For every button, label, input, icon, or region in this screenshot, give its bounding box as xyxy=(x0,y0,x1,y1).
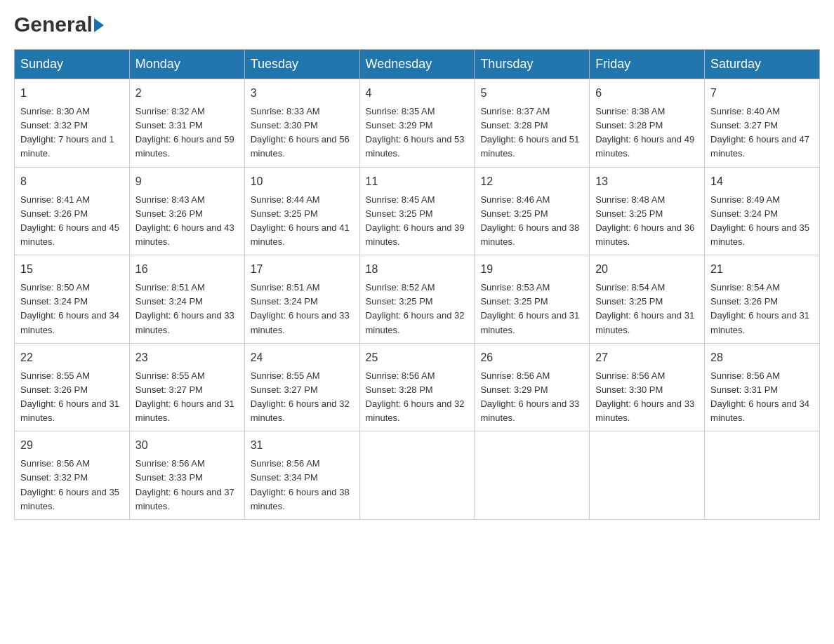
week-row-3: 15 Sunrise: 8:50 AM Sunset: 3:24 PM Dayl… xyxy=(15,255,820,344)
day-number: 4 xyxy=(366,85,469,102)
calendar-cell: 22 Sunrise: 8:55 AM Sunset: 3:26 PM Dayl… xyxy=(15,343,130,431)
day-number: 28 xyxy=(710,349,814,366)
day-number: 1 xyxy=(20,85,124,102)
day-number: 24 xyxy=(251,349,354,366)
week-row-1: 1 Sunrise: 8:30 AM Sunset: 3:32 PM Dayli… xyxy=(15,79,820,168)
day-number: 3 xyxy=(251,85,354,102)
day-number: 7 xyxy=(710,85,814,102)
day-number: 12 xyxy=(480,173,583,190)
cell-content: Sunrise: 8:43 AM Sunset: 3:26 PM Dayligh… xyxy=(135,193,239,250)
calendar-table: SundayMondayTuesdayWednesdayThursdayFrid… xyxy=(14,49,820,520)
cell-content: Sunrise: 8:30 AM Sunset: 3:32 PM Dayligh… xyxy=(20,105,124,161)
day-number: 30 xyxy=(135,437,239,454)
cell-content: Sunrise: 8:32 AM Sunset: 3:31 PM Dayligh… xyxy=(135,105,239,161)
cell-content: Sunrise: 8:54 AM Sunset: 3:25 PM Dayligh… xyxy=(595,281,699,337)
day-number: 10 xyxy=(251,173,354,190)
day-number: 25 xyxy=(366,349,469,366)
day-number: 18 xyxy=(366,261,469,278)
weekday-header-friday: Friday xyxy=(590,50,705,79)
day-number: 17 xyxy=(251,261,354,278)
calendar-cell: 31 Sunrise: 8:56 AM Sunset: 3:34 PM Dayl… xyxy=(244,431,359,520)
calendar-cell: 29 Sunrise: 8:56 AM Sunset: 3:32 PM Dayl… xyxy=(15,431,130,520)
calendar-cell: 18 Sunrise: 8:52 AM Sunset: 3:25 PM Dayl… xyxy=(359,255,475,344)
cell-content: Sunrise: 8:56 AM Sunset: 3:34 PM Dayligh… xyxy=(251,457,354,514)
calendar-cell xyxy=(590,431,705,520)
cell-content: Sunrise: 8:56 AM Sunset: 3:29 PM Dayligh… xyxy=(480,369,583,426)
cell-content: Sunrise: 8:35 AM Sunset: 3:29 PM Dayligh… xyxy=(366,105,469,161)
logo-general-text: General xyxy=(14,14,93,35)
calendar-cell: 6 Sunrise: 8:38 AM Sunset: 3:28 PM Dayli… xyxy=(590,79,705,168)
cell-content: Sunrise: 8:49 AM Sunset: 3:24 PM Dayligh… xyxy=(710,193,814,250)
cell-content: Sunrise: 8:55 AM Sunset: 3:26 PM Dayligh… xyxy=(20,369,124,426)
weekday-header-thursday: Thursday xyxy=(475,50,590,79)
calendar-cell: 25 Sunrise: 8:56 AM Sunset: 3:28 PM Dayl… xyxy=(359,343,475,431)
day-number: 20 xyxy=(595,261,699,278)
cell-content: Sunrise: 8:56 AM Sunset: 3:31 PM Dayligh… xyxy=(710,369,814,426)
weekday-header-monday: Monday xyxy=(129,50,244,79)
day-number: 22 xyxy=(20,349,124,366)
calendar-cell: 27 Sunrise: 8:56 AM Sunset: 3:30 PM Dayl… xyxy=(590,343,705,431)
calendar-cell: 5 Sunrise: 8:37 AM Sunset: 3:28 PM Dayli… xyxy=(475,79,590,168)
day-number: 31 xyxy=(251,437,354,454)
cell-content: Sunrise: 8:45 AM Sunset: 3:25 PM Dayligh… xyxy=(366,193,469,250)
calendar-cell: 30 Sunrise: 8:56 AM Sunset: 3:33 PM Dayl… xyxy=(129,431,244,520)
day-number: 11 xyxy=(366,173,469,190)
weekday-header-tuesday: Tuesday xyxy=(244,50,359,79)
calendar-cell: 3 Sunrise: 8:33 AM Sunset: 3:30 PM Dayli… xyxy=(244,79,359,168)
cell-content: Sunrise: 8:56 AM Sunset: 3:33 PM Dayligh… xyxy=(135,457,239,514)
calendar-cell: 16 Sunrise: 8:51 AM Sunset: 3:24 PM Dayl… xyxy=(129,255,244,344)
calendar-cell: 28 Sunrise: 8:56 AM Sunset: 3:31 PM Dayl… xyxy=(705,343,820,431)
cell-content: Sunrise: 8:41 AM Sunset: 3:26 PM Dayligh… xyxy=(20,193,124,250)
calendar-cell: 14 Sunrise: 8:49 AM Sunset: 3:24 PM Dayl… xyxy=(705,167,820,255)
calendar-cell: 21 Sunrise: 8:54 AM Sunset: 3:26 PM Dayl… xyxy=(705,255,820,344)
cell-content: Sunrise: 8:53 AM Sunset: 3:25 PM Dayligh… xyxy=(480,281,583,337)
week-row-4: 22 Sunrise: 8:55 AM Sunset: 3:26 PM Dayl… xyxy=(15,343,820,431)
cell-content: Sunrise: 8:38 AM Sunset: 3:28 PM Dayligh… xyxy=(595,105,699,161)
cell-content: Sunrise: 8:56 AM Sunset: 3:30 PM Dayligh… xyxy=(595,369,699,426)
logo-arrow-icon xyxy=(94,18,104,32)
calendar-cell xyxy=(475,431,590,520)
calendar-cell: 23 Sunrise: 8:55 AM Sunset: 3:27 PM Dayl… xyxy=(129,343,244,431)
calendar-cell: 10 Sunrise: 8:44 AM Sunset: 3:25 PM Dayl… xyxy=(244,167,359,255)
day-number: 26 xyxy=(480,349,583,366)
calendar-cell: 24 Sunrise: 8:55 AM Sunset: 3:27 PM Dayl… xyxy=(244,343,359,431)
day-number: 5 xyxy=(480,85,583,102)
cell-content: Sunrise: 8:50 AM Sunset: 3:24 PM Dayligh… xyxy=(20,281,124,337)
day-number: 29 xyxy=(20,437,124,454)
cell-content: Sunrise: 8:51 AM Sunset: 3:24 PM Dayligh… xyxy=(251,281,354,337)
weekday-header-saturday: Saturday xyxy=(705,50,820,79)
cell-content: Sunrise: 8:37 AM Sunset: 3:28 PM Dayligh… xyxy=(480,105,583,161)
calendar-cell: 8 Sunrise: 8:41 AM Sunset: 3:26 PM Dayli… xyxy=(15,167,130,255)
weekday-header-sunday: Sunday xyxy=(15,50,130,79)
calendar-cell: 11 Sunrise: 8:45 AM Sunset: 3:25 PM Dayl… xyxy=(359,167,475,255)
calendar-cell: 15 Sunrise: 8:50 AM Sunset: 3:24 PM Dayl… xyxy=(15,255,130,344)
calendar-cell: 1 Sunrise: 8:30 AM Sunset: 3:32 PM Dayli… xyxy=(15,79,130,168)
cell-content: Sunrise: 8:56 AM Sunset: 3:28 PM Dayligh… xyxy=(366,369,469,426)
day-number: 19 xyxy=(480,261,583,278)
day-number: 8 xyxy=(20,173,124,190)
day-number: 13 xyxy=(595,173,699,190)
week-row-2: 8 Sunrise: 8:41 AM Sunset: 3:26 PM Dayli… xyxy=(15,167,820,255)
cell-content: Sunrise: 8:46 AM Sunset: 3:25 PM Dayligh… xyxy=(480,193,583,250)
day-number: 23 xyxy=(135,349,239,366)
calendar-cell: 2 Sunrise: 8:32 AM Sunset: 3:31 PM Dayli… xyxy=(129,79,244,168)
calendar-cell: 26 Sunrise: 8:56 AM Sunset: 3:29 PM Dayl… xyxy=(475,343,590,431)
calendar-cell: 4 Sunrise: 8:35 AM Sunset: 3:29 PM Dayli… xyxy=(359,79,475,168)
cell-content: Sunrise: 8:51 AM Sunset: 3:24 PM Dayligh… xyxy=(135,281,239,337)
cell-content: Sunrise: 8:55 AM Sunset: 3:27 PM Dayligh… xyxy=(251,369,354,426)
calendar-cell: 19 Sunrise: 8:53 AM Sunset: 3:25 PM Dayl… xyxy=(475,255,590,344)
cell-content: Sunrise: 8:40 AM Sunset: 3:27 PM Dayligh… xyxy=(710,105,814,161)
day-number: 2 xyxy=(135,85,239,102)
calendar-cell: 17 Sunrise: 8:51 AM Sunset: 3:24 PM Dayl… xyxy=(244,255,359,344)
cell-content: Sunrise: 8:48 AM Sunset: 3:25 PM Dayligh… xyxy=(595,193,699,250)
cell-content: Sunrise: 8:56 AM Sunset: 3:32 PM Dayligh… xyxy=(20,457,124,514)
day-number: 6 xyxy=(595,85,699,102)
calendar-header-row: SundayMondayTuesdayWednesdayThursdayFrid… xyxy=(15,50,820,79)
calendar-cell: 12 Sunrise: 8:46 AM Sunset: 3:25 PM Dayl… xyxy=(475,167,590,255)
cell-content: Sunrise: 8:55 AM Sunset: 3:27 PM Dayligh… xyxy=(135,369,239,426)
logo: General xyxy=(14,14,104,35)
day-number: 9 xyxy=(135,173,239,190)
calendar-cell xyxy=(705,431,820,520)
calendar-cell: 13 Sunrise: 8:48 AM Sunset: 3:25 PM Dayl… xyxy=(590,167,705,255)
calendar-cell: 9 Sunrise: 8:43 AM Sunset: 3:26 PM Dayli… xyxy=(129,167,244,255)
